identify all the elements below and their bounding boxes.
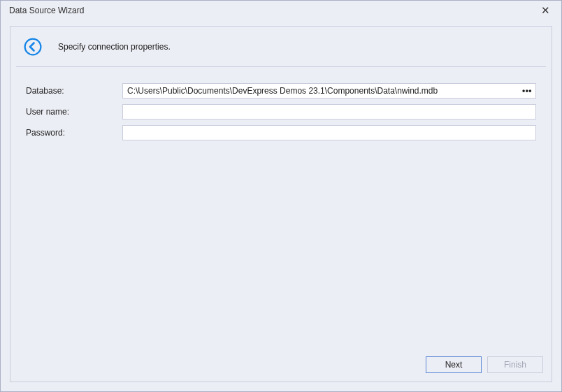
username-input[interactable] [122,104,536,119]
titlebar: Data Source Wizard ✕ [1,1,561,20]
back-button[interactable] [23,37,43,57]
close-icon: ✕ [541,4,550,17]
back-arrow-icon [24,38,42,56]
database-label: Database: [26,86,122,96]
username-label: User name: [26,107,122,117]
password-label: Password: [26,128,122,138]
database-input-group: ••• [122,83,536,99]
wizard-window: Data Source Wizard ✕ Specify connection … [0,0,562,392]
wizard-footer: Next Finish [10,349,552,382]
finish-button: Finish [487,356,543,373]
svg-point-0 [25,39,41,55]
form-area: Database: ••• User name: Passwor [10,67,552,349]
window-title: Data Source Wizard [9,6,535,15]
username-row: User name: [26,103,536,120]
password-input[interactable] [122,125,536,140]
instruction-text: Specify connection properties. [58,42,171,52]
password-row: Password: [26,124,536,141]
wizard-header: Specify connection properties. [10,27,552,66]
close-button[interactable]: ✕ [535,3,556,18]
database-input[interactable] [123,84,519,98]
database-row: Database: ••• [26,82,536,99]
next-button[interactable]: Next [426,356,482,373]
ellipsis-icon: ••• [522,89,532,93]
browse-button[interactable]: ••• [519,84,535,98]
content-frame: Specify connection properties. Database:… [10,26,552,382]
